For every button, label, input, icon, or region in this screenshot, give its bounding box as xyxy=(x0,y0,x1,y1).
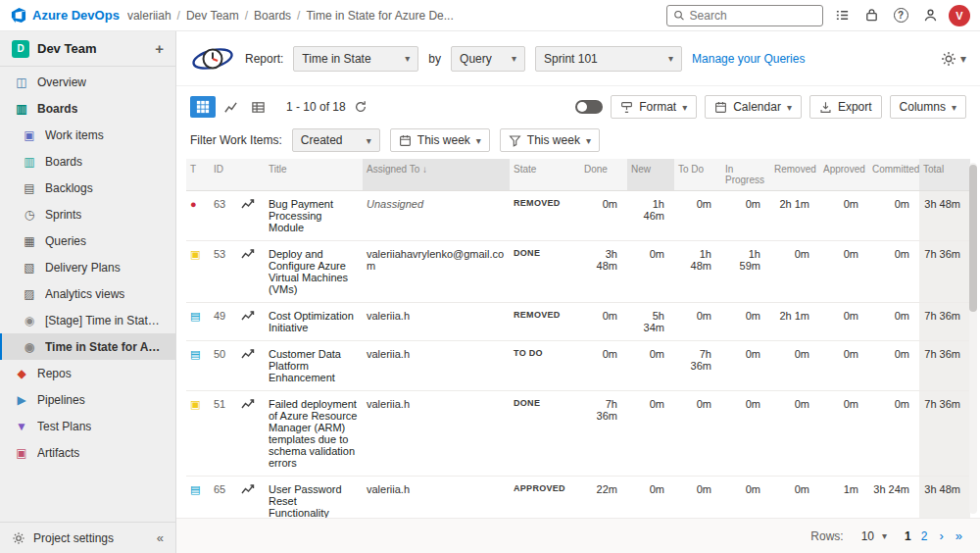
open-chart-button[interactable] xyxy=(237,477,265,519)
column-header-total[interactable]: Total xyxy=(919,159,970,191)
work-item-row[interactable]: ▣53Deploy and Configure Azure Virtual Ma… xyxy=(186,241,970,303)
column-header-committed[interactable]: Committed xyxy=(868,159,919,191)
work-item-row[interactable]: ●63Bug Payment Processing ModuleUnassign… xyxy=(186,191,970,241)
open-chart-button[interactable] xyxy=(237,391,265,477)
sidebar-item-test-plans[interactable]: ▼Test Plans xyxy=(0,413,175,439)
project-settings-item[interactable]: Project settings « xyxy=(0,522,175,553)
query-select[interactable]: Sprint 101 ▾ xyxy=(535,46,682,72)
breadcrumb-item[interactable]: Boards xyxy=(254,9,291,23)
sidebar-item-queries[interactable]: ▦Queries xyxy=(0,227,175,254)
table-body: ●63Bug Payment Processing ModuleUnassign… xyxy=(186,191,970,519)
task-list-icon[interactable] xyxy=(831,5,853,26)
export-button[interactable]: Export xyxy=(809,95,882,119)
open-chart-button[interactable] xyxy=(237,303,265,341)
grid-view-button[interactable] xyxy=(190,96,216,118)
report-icon: ◉ xyxy=(22,315,37,327)
sidebar-item-artifacts[interactable]: ▣Artifacts xyxy=(0,439,175,466)
date-range-select[interactable]: This week ▾ xyxy=(390,128,490,152)
team-avatar-icon: D xyxy=(12,40,29,58)
column-header-todo[interactable]: To Do xyxy=(674,159,721,191)
refresh-button[interactable] xyxy=(354,100,368,114)
report-type-select[interactable]: Time in State ▾ xyxy=(293,46,418,72)
work-item-row[interactable]: ▣51Failed deployment of Azure Resource M… xyxy=(186,391,970,477)
sidebar-item-analytics-views[interactable]: ▨Analytics views xyxy=(0,280,175,307)
open-chart-button[interactable] xyxy=(237,241,265,303)
column-header-approved[interactable]: Approved xyxy=(819,159,868,191)
page-button-1[interactable]: 1 xyxy=(905,529,911,543)
work-item-title[interactable]: Cost Optimization Initiative xyxy=(265,303,363,341)
column-header-new[interactable]: New xyxy=(627,159,674,191)
table-view-button[interactable] xyxy=(245,96,270,118)
chevron-down-icon: ▾ xyxy=(367,135,371,146)
settings-menu-button[interactable]: ▾ xyxy=(941,51,966,67)
search-box[interactable] xyxy=(666,5,823,26)
work-item-title[interactable]: Bug Payment Processing Module xyxy=(265,191,363,241)
column-header-removed[interactable]: Removed xyxy=(770,159,819,191)
source-select[interactable]: Query ▾ xyxy=(451,46,525,72)
sidebar-item-repos[interactable]: ◆Repos xyxy=(0,360,175,386)
sprint-range-select[interactable]: This week ▾ xyxy=(500,128,600,152)
sidebar-item-backlogs[interactable]: ▤Backlogs xyxy=(0,175,175,201)
breadcrumb-item[interactable]: valeriiah xyxy=(127,9,172,23)
work-item-row[interactable]: ▤50Customer Data Platform Enhancementval… xyxy=(186,341,970,391)
add-team-button[interactable]: + xyxy=(155,40,164,57)
work-item-title[interactable]: Customer Data Platform Enhancement xyxy=(265,341,363,391)
todo-value: 0m xyxy=(674,477,721,519)
work-item-row[interactable]: ▤65User Password Reset Functionalityvale… xyxy=(186,477,970,519)
calendar-button[interactable]: Calendar ▾ xyxy=(705,95,802,119)
sidebar-item-boards[interactable]: ▥Boards xyxy=(0,95,175,122)
sidebar-item-boards[interactable]: ▥Boards xyxy=(0,148,175,175)
user-settings-icon[interactable] xyxy=(919,5,941,26)
work-item-row[interactable]: ▤49Cost Optimization Initiativevaleriia.… xyxy=(186,303,970,341)
sidebar-item-label: Repos xyxy=(37,367,72,380)
column-header-done[interactable]: Done xyxy=(580,159,627,191)
sidebar-item-pipelines[interactable]: ▶Pipelines xyxy=(0,386,175,413)
manage-queries-link[interactable]: Manage your Queries xyxy=(692,52,805,66)
team-header[interactable]: D Dev Team + xyxy=(0,31,175,67)
breadcrumb-item[interactable]: Dev Team xyxy=(186,9,239,23)
help-icon[interactable]: ? xyxy=(890,5,911,26)
committed-value: 0m xyxy=(868,303,919,341)
assigned-to-value: valeriiahavrylenko@gmail.com xyxy=(363,241,510,303)
column-header-inprogress[interactable]: In Progress xyxy=(721,159,770,191)
marketplace-bag-icon[interactable] xyxy=(860,5,882,26)
work-item-id: 50 xyxy=(210,341,237,391)
azure-devops-home-link[interactable]: Azure DevOps xyxy=(10,7,120,24)
work-item-id: 51 xyxy=(210,391,237,477)
column-header-title[interactable]: Title xyxy=(265,159,363,191)
next-page-button[interactable]: › xyxy=(939,528,943,543)
sidebar-item-stage-time-in-state-for-azur[interactable]: ◉[Stage] Time in State for Azur... xyxy=(0,307,175,333)
calendar-icon xyxy=(399,134,412,147)
chart-view-button[interactable] xyxy=(218,96,243,118)
sidebar-item-time-in-state-for-azure-devo[interactable]: ◉Time in State for Azure DevO... xyxy=(0,333,175,360)
sidebar-item-work-items[interactable]: ▣Work items xyxy=(0,122,175,148)
open-chart-button[interactable] xyxy=(237,341,265,391)
format-button[interactable]: Format ▾ xyxy=(611,95,697,119)
report-header: Report: Time in State ▾ by Query ▾ Sprin… xyxy=(176,31,980,86)
scrollbar-thumb[interactable] xyxy=(969,165,977,312)
vertical-scrollbar[interactable] xyxy=(969,163,977,514)
rows-per-page-select[interactable]: 10 ▾ xyxy=(856,527,893,546)
search-input[interactable] xyxy=(690,9,816,23)
work-item-title[interactable]: Deploy and Configure Azure Virtual Machi… xyxy=(265,241,363,303)
sidebar-item-delivery-plans[interactable]: ▧Delivery Plans xyxy=(0,254,175,280)
column-header-assigned[interactable]: Assigned To ↓ xyxy=(363,159,510,191)
sidebar-item-sprints[interactable]: ◷Sprints xyxy=(0,201,175,227)
open-chart-button[interactable] xyxy=(237,191,265,241)
columns-button[interactable]: Columns ▾ xyxy=(890,95,966,119)
column-header-chart[interactable] xyxy=(237,159,265,191)
last-page-button[interactable]: » xyxy=(956,528,962,543)
filter-field-select[interactable]: Created ▾ xyxy=(292,128,380,152)
page-button-2[interactable]: 2 xyxy=(921,529,928,543)
filter-field-value: Created xyxy=(301,133,343,147)
column-header-state[interactable]: State xyxy=(510,159,580,191)
work-item-title[interactable]: User Password Reset Functionality xyxy=(265,477,363,519)
work-item-title[interactable]: Failed deployment of Azure Resource Mana… xyxy=(265,391,363,477)
collapse-sidebar-icon[interactable]: « xyxy=(157,530,164,545)
sidebar-item-overview[interactable]: ◫Overview xyxy=(0,69,175,95)
breadcrumb-item[interactable]: Time in State for Azure De... xyxy=(306,9,453,23)
dark-mode-toggle[interactable] xyxy=(575,100,603,114)
avatar[interactable]: V xyxy=(949,5,970,26)
column-header-id[interactable]: ID xyxy=(210,159,237,191)
column-header-t[interactable]: T xyxy=(186,159,210,191)
